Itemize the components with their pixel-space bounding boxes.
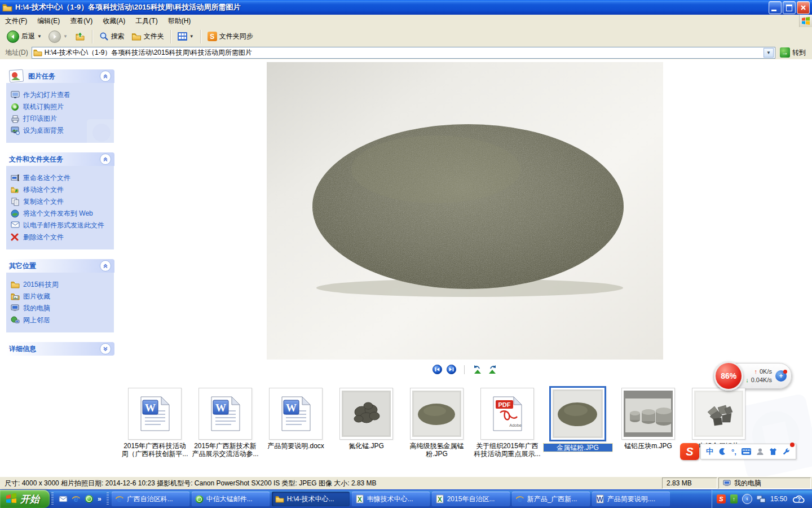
sogou-logo-icon[interactable]: S	[680, 443, 699, 460]
title-bar: H:\4-技术中心\（1-9）各项科技活动\2015科技周\科技活动周所需图片	[0, 0, 812, 15]
task-button[interactable]: 新产品_广西新...	[512, 492, 590, 506]
close-button[interactable]	[797, 1, 810, 14]
quicklaunch-grip[interactable]	[51, 492, 54, 506]
taskband-grip[interactable]	[107, 492, 109, 506]
file-label: 氮化锰.JPG	[332, 442, 401, 450]
file-label: 2015年广西新技术新产品展示交流活动参...	[191, 442, 260, 458]
menu-file[interactable]: 文件(F)	[0, 15, 32, 27]
task-button[interactable]: 中信大锰邮件...	[192, 492, 270, 506]
skin-shirt-icon[interactable]	[769, 448, 777, 456]
tray-sogou-icon[interactable]: S	[717, 494, 726, 503]
task-view-slideshow[interactable]: 作为幻灯片查看	[11, 91, 112, 99]
collapse-chevron-icon[interactable]	[100, 260, 111, 271]
user-icon[interactable]	[756, 448, 764, 456]
forward-dropdown-icon: ▼	[63, 34, 68, 39]
file-item[interactable]: 氮化锰.JPG	[331, 388, 401, 458]
collapse-chevron-icon[interactable]	[100, 71, 111, 82]
punctuation-toggle[interactable]: °,	[731, 448, 736, 456]
file-item[interactable]: 2015年广西科技活动周（广西科技创新平...	[120, 388, 190, 458]
folders-button[interactable]: 文件夹	[128, 30, 167, 43]
file-item-selected[interactable]: 金属锰粉.JPG	[542, 388, 613, 458]
task-button[interactable]: 产品简要说明....	[592, 492, 670, 506]
task-button-active[interactable]: H:\4-技术中心...	[272, 492, 350, 506]
details-header[interactable]: 详细信息	[6, 342, 114, 356]
place-network[interactable]: 网上邻居	[11, 316, 112, 325]
input-mode-toggle[interactable]: 中	[706, 446, 713, 457]
previous-image-button[interactable]	[433, 365, 442, 374]
folder-sync-button[interactable]: S 文件夹同步	[204, 30, 257, 43]
optimization-ball[interactable]: 86%	[714, 361, 743, 391]
place-my-computer[interactable]: 我的电脑	[11, 304, 112, 313]
file-tasks-header[interactable]: 文件和文件夹任务	[6, 152, 114, 166]
collapse-chevron-icon[interactable]	[100, 154, 111, 165]
settings-wrench-icon[interactable]	[782, 448, 791, 456]
ie-icon	[515, 494, 524, 503]
expand-chevron-icon[interactable]	[100, 343, 111, 354]
preview-image[interactable]	[267, 62, 663, 360]
rotate-counterclockwise-button[interactable]	[473, 365, 483, 374]
copy-file-icon	[11, 198, 20, 206]
quicklaunch-browser-icon[interactable]	[85, 494, 94, 503]
back-dropdown-icon[interactable]: ▼	[37, 34, 42, 39]
photo-thumbnail	[694, 391, 743, 437]
tray-collapse-chevron[interactable]: ‹	[742, 494, 752, 504]
place-2015-tech-week[interactable]: 2015科技周	[11, 281, 112, 289]
task-rename-file[interactable]: 重命名这个文件	[11, 174, 112, 182]
picture-tasks-header[interactable]: 图片任务	[6, 69, 114, 83]
up-button[interactable]	[71, 30, 89, 43]
task-button[interactable]: 广西自治区科...	[112, 492, 189, 506]
menu-view[interactable]: 查看(V)	[65, 15, 98, 27]
place-my-pictures[interactable]: 图片收藏	[11, 292, 112, 301]
search-button[interactable]: 搜索	[96, 30, 128, 43]
task-copy-file[interactable]: 复制这个文件	[11, 198, 112, 206]
tray-clock[interactable]: 15:50	[770, 495, 787, 503]
file-item[interactable]: 锰铝压块m.JPG	[613, 388, 683, 458]
quicklaunch-more-chevron[interactable]: »	[98, 495, 102, 503]
menu-edit[interactable]: 编辑(E)	[32, 15, 65, 27]
details-title: 详细信息	[9, 344, 100, 354]
rotate-clockwise-button[interactable]	[487, 365, 497, 374]
add-button[interactable]: +	[775, 370, 787, 382]
sogou-input-bar[interactable]: S 中 °,	[680, 443, 796, 460]
file-item[interactable]: 产品简要说明.docx	[261, 388, 331, 458]
menu-favorites[interactable]: 收藏(A)	[98, 15, 130, 27]
tray-cloud-icon[interactable]: ?	[792, 494, 806, 504]
views-button[interactable]: ▼	[174, 30, 197, 42]
task-move-file[interactable]: 移动这个文件	[11, 186, 112, 194]
quicklaunch-ie-icon[interactable]	[72, 494, 81, 503]
restore-button[interactable]	[783, 1, 796, 14]
task-publish-file[interactable]: 将这个文件发布到 Web	[11, 209, 112, 218]
address-dropdown-icon[interactable]: ▼	[764, 48, 774, 58]
task-button[interactable]: 韦慷技术中心...	[352, 492, 430, 506]
file-item[interactable]: 关于组织2015年广西科技活动周重点展示...	[472, 388, 542, 458]
file-item[interactable]: 高纯级脱氢金属锰粉.JPG	[401, 388, 472, 458]
word-doc-icon	[281, 396, 311, 431]
task-button[interactable]: 2015年自治区...	[432, 492, 510, 506]
minimize-button[interactable]	[769, 1, 782, 14]
thumbnail-strip: 2015年广西科技活动周（广西科技创新平... 2015年广西新技术新产品展示交…	[120, 388, 754, 458]
tray-network-icon[interactable]	[757, 496, 766, 503]
ie-icon	[115, 494, 124, 503]
download-rate: 0.04K/s	[751, 376, 772, 384]
task-email-file[interactable]: 以电子邮件形式发送此文件	[11, 221, 112, 230]
address-input[interactable]: H:\4-技术中心\（1-9）各项科技活动\2015科技周\科技活动周所需图片 …	[32, 47, 775, 59]
soft-keyboard-icon[interactable]	[742, 448, 751, 455]
task-delete-file[interactable]: 删除这个文件	[11, 233, 112, 242]
file-tasks-body: 重命名这个文件 移动这个文件 复制这个文件 将这个文件发布到 Web 以电子邮件…	[6, 166, 114, 250]
views-dropdown-icon[interactable]: ▼	[189, 34, 194, 39]
next-image-button[interactable]	[447, 365, 456, 374]
file-item[interactable]: 2015年广西新技术新产品展示交流活动参...	[190, 388, 261, 458]
forward-button[interactable]: ▼	[45, 29, 71, 45]
fullwidth-moon-icon[interactable]	[718, 448, 726, 456]
tray-usb-icon[interactable]: ↑	[730, 494, 738, 503]
task-order-prints[interactable]: 联机订购照片	[11, 103, 112, 111]
panel-details: 详细信息	[6, 342, 114, 356]
other-places-header[interactable]: 其它位置	[6, 259, 114, 273]
back-button[interactable]: 后退 ▼	[3, 29, 45, 45]
network-speed-widget[interactable]: 86% ↑ 0K/s ↓ 0.04K/s +	[714, 363, 792, 389]
menu-help[interactable]: 帮助(H)	[163, 15, 196, 27]
start-button[interactable]: 开始	[0, 490, 50, 508]
menu-tools[interactable]: 工具(T)	[130, 15, 162, 27]
quicklaunch-mail-icon[interactable]	[59, 496, 68, 502]
go-button[interactable]: → 转到	[775, 47, 810, 58]
